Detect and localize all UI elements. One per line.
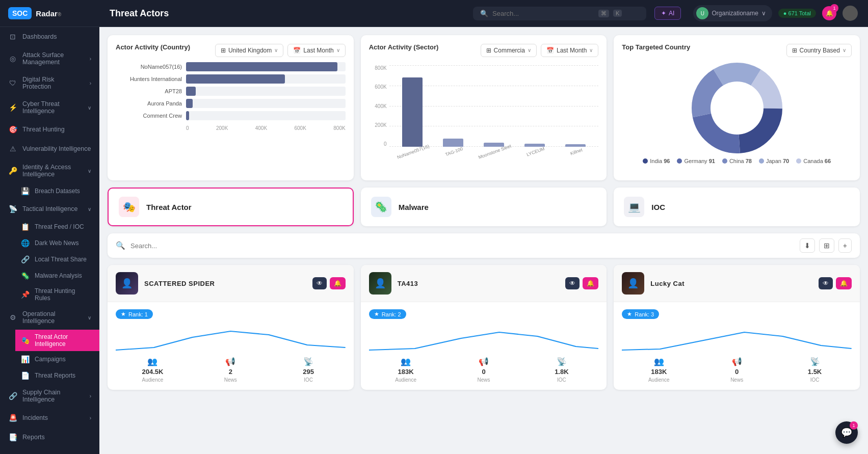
sidebar-sub-identity: 💾 Breach Datasets — [0, 183, 99, 199]
ai-icon: ✦ — [661, 10, 666, 17]
sidebar-item-cyber-threat[interactable]: ⚡ Cyber Threat Intelligence ∨ — [0, 95, 99, 120]
actor-body-1: ★ Rank: 2 👥 183K Audience — [361, 302, 607, 390]
key-icon: 🔑 — [8, 166, 17, 175]
ioc-val-0: 295 — [303, 368, 314, 376]
sector-icon: ⊞ — [486, 47, 491, 54]
sidebar-item-label: Campaigns — [35, 356, 66, 363]
actor-actions-0: 👁 🔔 — [312, 277, 346, 289]
logo-icon: SOC — [8, 7, 32, 19]
actor-search-input[interactable] — [130, 242, 795, 250]
sidebar-item-label: Threat Actor Intelligence — [35, 333, 91, 348]
sidebar-item-label: Breach Datasets — [35, 188, 80, 195]
chevron-down-icon: ∨ — [528, 47, 531, 53]
chat-bubble-button[interactable]: 💬 1 — [835, 421, 858, 444]
sector-bar-item — [394, 77, 430, 147]
sidebar-item-breach-datasets[interactable]: 💾 Breach Datasets — [15, 183, 99, 199]
svg-point-6 — [711, 82, 764, 135]
sector-bar-fill — [402, 77, 423, 147]
sidebar-item-threat-reports[interactable]: 📄 Threat Reports — [15, 367, 99, 384]
threat-icon: ⚡ — [8, 103, 17, 112]
country-filter[interactable]: ⊞ United Kingdom ∨ — [215, 44, 283, 57]
actor-bell-button-1[interactable]: 🔔 — [583, 277, 598, 289]
cat-malware[interactable]: 🦠 Malware — [361, 188, 607, 226]
bar-fill — [186, 111, 189, 120]
sidebar-item-threat-hunting[interactable]: 🎯 Threat Hunting — [0, 120, 99, 139]
sector-bars — [389, 65, 599, 147]
actor-name-2: Lucky Cat — [650, 280, 685, 287]
bar-row-3: Aurora Panda — [116, 99, 346, 108]
cat-threat-actor[interactable]: 🎭 Threat Actor — [108, 188, 354, 226]
sector-time-filter[interactable]: 📅 Last Month ∨ — [541, 44, 598, 57]
chevron-icon: ∨ — [88, 105, 91, 111]
grid-view-button[interactable]: ⊞ — [819, 238, 834, 253]
stat-audience-1: 👥 183K Audience — [369, 357, 443, 383]
sidebar-item-identity-access[interactable]: 🔑 Identity & Access Intelligence ∨ — [0, 158, 99, 183]
actor-eye-button-0[interactable]: 👁 — [312, 277, 327, 289]
bar-label: NoName057(16) — [116, 64, 182, 70]
vuln-icon: ⚠ — [8, 144, 17, 153]
sector-time-label: Last Month — [557, 47, 587, 54]
sidebar-item-attack-surface[interactable]: ◎ Attack Surface Management › — [0, 46, 99, 71]
sidebar-item-threat-feed[interactable]: 📋 Threat Feed / IOC — [15, 219, 99, 235]
add-button[interactable]: + — [838, 238, 852, 253]
cat-label-threat: Threat Actor — [146, 203, 192, 211]
sidebar-item-vulnerability[interactable]: ⚠ Vulnerability Intelligence — [0, 139, 99, 158]
actor-bell-button-2[interactable]: 🔔 — [836, 277, 852, 289]
sparkline-svg-2 — [622, 327, 852, 353]
sidebar-item-incidents[interactable]: 🚨 Incidents › — [0, 408, 99, 428]
actor-body-2: ★ Rank: 3 👥 183K Audience — [614, 302, 860, 390]
x-labels: NoName057(16) TAG-100 Moonstone Sleet LY… — [389, 149, 599, 154]
legend-japan: Japan 70 — [759, 158, 789, 164]
global-search[interactable]: 🔍 ⌘ K — [473, 7, 646, 20]
rank-badge-1: ★ Rank: 2 — [369, 309, 406, 319]
sidebar-item-dark-web[interactable]: 🌐 Dark Web News — [15, 235, 99, 251]
star-icon: ★ — [121, 311, 126, 317]
sidebar-item-supply-chain[interactable]: 🔗 Supply Chain Intelligence › — [0, 384, 99, 408]
sidebar-item-dashboards[interactable]: ⊡ Dashboards — [0, 27, 99, 46]
rank-label-2: Rank: 3 — [635, 311, 654, 317]
ai-button[interactable]: ✦ AI — [654, 7, 681, 20]
actor-bell-button-0[interactable]: 🔔 — [330, 277, 346, 289]
sidebar-item-reports[interactable]: 📑 Reports — [0, 428, 99, 447]
supply-icon: 🔗 — [8, 391, 17, 400]
country-based-filter[interactable]: ⊞ Country Based ∨ — [786, 44, 852, 57]
legend-dot — [677, 158, 682, 164]
sidebar-item-label: Local Threat Share — [35, 256, 87, 263]
sector-bar-fill — [443, 139, 463, 147]
chevron-down-icon: ∨ — [336, 47, 340, 53]
actor-actions-2: 👁 🔔 — [819, 277, 852, 289]
shield-icon: 🛡 — [8, 78, 17, 88]
actor-avatar-2: 👤 — [622, 272, 644, 295]
sidebar-item-campaigns[interactable]: 📊 Campaigns — [15, 351, 99, 367]
incidents-icon: 🚨 — [8, 413, 17, 422]
ioc-icon: 📡 — [810, 357, 820, 366]
search-actions: ⬇ ⊞ + — [800, 238, 852, 253]
sidebar-item-label: Digital Risk Protection — [22, 76, 85, 90]
country-time-filter[interactable]: 📅 Last Month ∨ — [287, 44, 345, 57]
sidebar-item-threat-actor[interactable]: 🎭 Threat Actor Intelligence — [15, 330, 99, 351]
download-button[interactable]: ⬇ — [800, 238, 815, 253]
bar-wrap — [186, 62, 346, 71]
bar-fill — [186, 74, 285, 84]
top-targeted-country-card: Top Targeted Country ⊞ Country Based ∨ — [614, 35, 860, 180]
sidebar-item-tactical[interactable]: 📡 Tactical Intelligence ∨ — [0, 199, 99, 219]
sidebar-item-digital-risk[interactable]: 🛡 Digital Risk Protection › — [0, 71, 99, 95]
actor-eye-button-1[interactable]: 👁 — [565, 277, 580, 289]
sector-filter[interactable]: ⊞ Commercia ∨ — [481, 44, 537, 57]
sidebar-item-label: Attack Surface Management — [22, 51, 85, 66]
cat-ioc[interactable]: 💻 IOC — [614, 188, 860, 226]
actor-eye-button-2[interactable]: 👁 — [819, 277, 833, 289]
feed-icon: 📋 — [20, 222, 30, 231]
sidebar-sub-operational: 🎭 Threat Actor Intelligence 📊 Campaigns … — [0, 330, 99, 384]
sidebar-item-operational[interactable]: ⚙ Operational Intelligence ∨ — [0, 305, 99, 330]
search-input[interactable] — [492, 10, 594, 17]
sidebar-item-local-threat[interactable]: 🔗 Local Threat Share — [15, 251, 99, 268]
malware-icon: 🦠 — [20, 271, 30, 280]
chevron-down-icon: ∨ — [274, 47, 278, 53]
sidebar-item-malware-analysis[interactable]: 🦠 Malware Analysis — [15, 268, 99, 284]
sidebar-collapse[interactable]: « — [0, 447, 99, 454]
profile-avatar[interactable] — [843, 6, 858, 21]
notification-button[interactable]: 🔔 1 — [822, 6, 836, 20]
user-chip[interactable]: U Organizationame ∨ — [693, 5, 772, 21]
sidebar-item-hunting-rules[interactable]: 📌 Threat Hunting Rules — [15, 284, 99, 305]
